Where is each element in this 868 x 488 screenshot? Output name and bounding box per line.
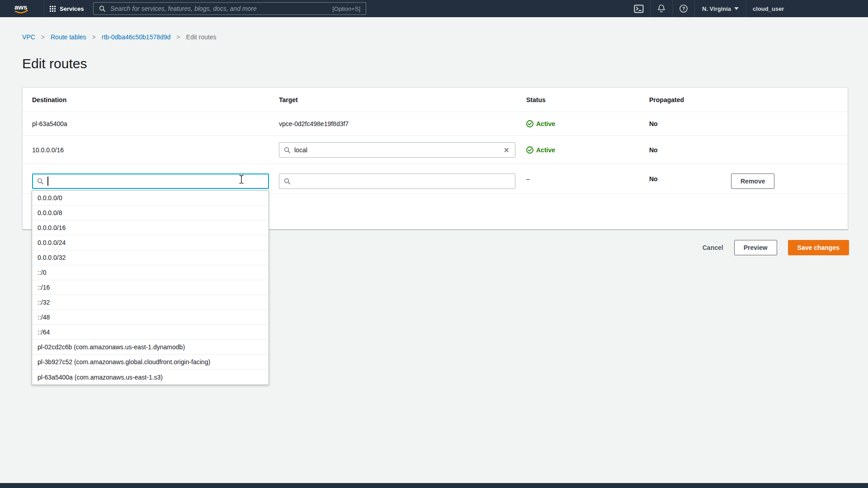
route-destination: pl-63a5400a — [32, 112, 67, 136]
dropdown-option[interactable]: ::/16 — [32, 280, 269, 295]
propagated-value: No — [649, 136, 658, 164]
check-circle-icon — [526, 146, 533, 154]
route-row-new: – No Remove — [23, 164, 848, 194]
dropdown-option[interactable]: ::/64 — [32, 325, 269, 340]
column-header-status: Status — [526, 88, 546, 112]
username-label: cloud_user — [753, 5, 784, 12]
column-header-destination: Destination — [32, 88, 66, 112]
table-header-row: Destination Target Status Propagated — [23, 88, 848, 112]
dropdown-option[interactable]: ::/48 — [32, 310, 269, 325]
topbar-right-cluster: ? N. Virginia cloud_user — [627, 0, 790, 17]
chevron-down-icon — [734, 7, 739, 10]
global-search-box[interactable]: [Option+S] — [93, 2, 366, 15]
dropdown-option[interactable]: ::/32 — [32, 295, 269, 310]
breadcrumb-current-page: Edit routes — [186, 33, 217, 41]
breadcrumb-chevron-icon: > — [92, 33, 96, 41]
propagated-value: No — [649, 112, 658, 136]
search-icon — [37, 178, 44, 185]
breadcrumb-vpc-link[interactable]: VPC — [22, 33, 35, 41]
dropdown-option[interactable]: 0.0.0.0/0 — [32, 191, 269, 206]
dropdown-option[interactable]: 0.0.0.0/8 — [32, 206, 269, 221]
form-actions: Cancel Preview Save changes — [703, 240, 849, 255]
status-label: Active — [536, 120, 555, 127]
account-menu[interactable]: cloud_user — [746, 0, 790, 17]
breadcrumb: VPC > Route tables > rtb-0dba46c50b1578d… — [22, 33, 216, 41]
svg-text:aws: aws — [14, 3, 27, 11]
route-target: vpce-0d2fc498e19f8d3f7 — [279, 112, 349, 136]
check-circle-icon — [526, 120, 533, 127]
search-icon — [284, 147, 291, 154]
dropdown-option[interactable]: ::/0 — [32, 265, 269, 280]
route-destination: 10.0.0.0/16 — [32, 136, 64, 164]
status-label: Active — [536, 146, 555, 154]
status-empty-dash: – — [526, 164, 530, 193]
breadcrumb-chevron-icon: > — [41, 33, 45, 41]
destination-search-input[interactable] — [52, 178, 264, 185]
route-row-2: 10.0.0.0/16 ✕ Active No — [23, 136, 848, 164]
console-footer-bar — [0, 483, 868, 488]
help-button[interactable]: ? — [673, 0, 694, 17]
breadcrumb-route-tables-link[interactable]: Route tables — [51, 33, 86, 41]
dropdown-option[interactable]: pl-63a5400a (com.amazonaws.us-east-1.s3) — [32, 370, 269, 385]
notifications-button[interactable] — [651, 0, 672, 17]
services-menu-button[interactable]: Services — [50, 0, 84, 17]
region-selector[interactable]: N. Virginia — [695, 0, 746, 17]
column-header-propagated: Propagated — [649, 88, 684, 112]
route-row-1: pl-63a5400a vpce-0d2fc498e19f8d3f7 Activ… — [23, 112, 848, 136]
dropdown-option[interactable]: pl-3b927c52 (com.amazonaws.global.cloudf… — [32, 355, 269, 370]
propagated-value: No — [649, 164, 658, 193]
target-search-input[interactable] — [294, 146, 499, 154]
cancel-button[interactable]: Cancel — [703, 244, 723, 251]
column-header-target: Target — [279, 88, 298, 112]
dropdown-option[interactable]: 0.0.0.0/32 — [32, 250, 269, 265]
search-icon — [284, 178, 291, 185]
topbar-divider — [44, 0, 44, 17]
cloudshell-button[interactable] — [627, 0, 650, 17]
dropdown-option[interactable]: pl-02cd2c6b (com.amazonaws.us-east-1.dyn… — [32, 340, 269, 355]
status-badge: Active — [526, 146, 555, 154]
search-icon — [99, 5, 106, 12]
aws-logo[interactable]: aws — [13, 2, 32, 17]
region-label: N. Virginia — [702, 5, 731, 12]
global-search-input[interactable] — [110, 5, 328, 12]
search-shortcut-hint: [Option+S] — [332, 5, 360, 12]
destination-options-dropdown: 0.0.0.0/0 0.0.0.0/8 0.0.0.0/16 0.0.0.0/2… — [32, 190, 269, 385]
status-badge: Active — [526, 120, 555, 127]
remove-button[interactable]: Remove — [731, 174, 774, 189]
cloudshell-terminal-icon — [634, 5, 644, 13]
grid-icon — [50, 6, 56, 12]
help-question-icon: ? — [679, 4, 688, 13]
page-title: Edit routes — [22, 56, 87, 71]
target-search-field[interactable]: ✕ — [279, 142, 515, 158]
dropdown-option[interactable]: 0.0.0.0/24 — [32, 235, 269, 250]
clear-icon[interactable]: ✕ — [503, 146, 510, 155]
target-search-field-empty[interactable] — [279, 174, 515, 189]
save-changes-button[interactable]: Save changes — [788, 240, 849, 255]
top-navigation-bar: aws Services [Option+S] — [0, 0, 868, 17]
svg-text:?: ? — [682, 6, 685, 11]
bell-icon — [657, 4, 666, 13]
dropdown-option[interactable]: 0.0.0.0/16 — [32, 221, 269, 235]
text-caret — [47, 177, 48, 186]
services-label: Services — [60, 5, 84, 12]
target-search-input-empty[interactable] — [294, 178, 510, 185]
destination-search-field-focused[interactable] — [32, 174, 269, 189]
preview-button[interactable]: Preview — [734, 240, 777, 255]
breadcrumb-route-table-id-link[interactable]: rtb-0dba46c50b1578d9d — [102, 33, 171, 41]
breadcrumb-chevron-icon: > — [176, 33, 180, 41]
